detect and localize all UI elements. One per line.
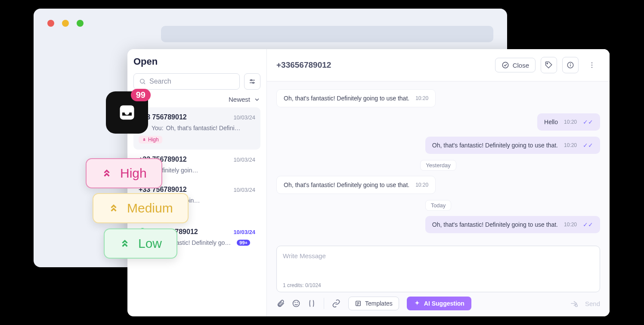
you-label: You:: [152, 125, 164, 131]
inbox-icon: [118, 103, 136, 122]
chevrons-up-icon: [101, 168, 112, 179]
sort-dropdown[interactable]: Newest: [133, 96, 260, 103]
close-button[interactable]: Close: [495, 58, 536, 72]
priority-label: High: [148, 137, 159, 143]
close-label: Close: [513, 62, 529, 69]
message-time: 10:20: [564, 222, 577, 228]
message-row: Oh, that's fantastic! Definitely going t…: [276, 89, 600, 107]
sliders-icon: [248, 78, 256, 85]
read-checks-icon: ✓✓: [583, 119, 593, 125]
more-button[interactable]: [584, 57, 600, 73]
attachment-icon[interactable]: [276, 299, 285, 308]
message-row: Oh, that's fantastic! Definitely going t…: [276, 137, 600, 154]
tag-icon: [545, 61, 553, 69]
svg-point-20: [575, 305, 577, 307]
credits-text: 1 credits: 0/1024: [283, 282, 594, 288]
pill-label: Low: [138, 236, 162, 251]
message-list[interactable]: Oh, that's fantastic! Definitely going t…: [267, 81, 610, 246]
thread-date: 10/03/24: [233, 156, 255, 163]
check-circle-icon: [502, 61, 509, 69]
message-time: 10:20: [564, 142, 577, 148]
svg-point-4: [253, 82, 254, 84]
message-text: Hello: [544, 119, 558, 125]
message-bubble: Hello 10:20 ✓✓: [537, 113, 600, 131]
chevrons-up-icon: [119, 238, 130, 249]
thread-item[interactable]: +33 756789012 10/03/24 ✓✓ You: Oh, that'…: [133, 107, 260, 150]
message-input[interactable]: [283, 252, 594, 278]
search-placeholder: Search: [149, 78, 171, 85]
maximize-dot[interactable]: [77, 20, 84, 27]
send-icon[interactable]: [570, 299, 578, 308]
svg-point-0: [140, 79, 144, 83]
chevrons-up-icon: [108, 203, 119, 214]
message-bubble: Oh, that's fantastic! Definitely going t…: [276, 176, 436, 194]
ai-suggestion-button[interactable]: AI Suggestion: [407, 297, 471, 310]
divider: [324, 298, 324, 309]
chat-header: +33656789012 Close: [267, 49, 610, 81]
chevron-down-icon: [254, 96, 260, 103]
svg-point-5: [502, 62, 508, 68]
message-bubble: Oh, that's fantastic! Definitely going t…: [425, 137, 600, 154]
svg-point-12: [591, 67, 592, 68]
message-row: Hello 10:20 ✓✓: [276, 113, 600, 131]
tag-button[interactable]: [541, 57, 557, 73]
composer: 1 credits: 0/1024 Templates AI Suggestio…: [267, 246, 610, 316]
link-icon[interactable]: [332, 299, 341, 308]
svg-point-13: [293, 300, 300, 307]
svg-point-11: [591, 65, 592, 66]
message-row: Oh, that's fantastic! Definitely going t…: [276, 176, 600, 194]
chat-panel: +33656789012 Close Oh,: [267, 49, 610, 316]
message-time: 10:20: [415, 95, 428, 101]
emoji-icon[interactable]: [292, 299, 300, 308]
chevrons-up-icon: [142, 138, 146, 142]
thread-date: 10/03/24: [233, 114, 255, 121]
svg-point-3: [251, 80, 252, 81]
pill-label: Medium: [127, 201, 173, 216]
thread-date: 10/03/24: [233, 187, 255, 193]
variable-icon[interactable]: [307, 299, 316, 308]
priority-pill-high: High: [86, 158, 162, 188]
search-icon: [139, 78, 146, 85]
send-label[interactable]: Send: [585, 300, 600, 307]
inbox-widget[interactable]: 99: [106, 91, 148, 134]
message-row: Oh, that's fantastic! Definitely going t…: [276, 216, 600, 233]
priority-pill-low: Low: [104, 228, 177, 259]
templates-button[interactable]: Templates: [348, 297, 399, 310]
message-bubble: Oh, that's fantastic! Definitely going t…: [276, 89, 436, 107]
ai-label: AI Suggestion: [424, 300, 464, 307]
pill-label: High: [120, 166, 147, 181]
inbox-badge: 99: [131, 89, 151, 101]
svg-point-9: [570, 64, 571, 64]
priority-pill-medium: Medium: [93, 193, 189, 223]
svg-point-15: [297, 302, 297, 303]
read-checks-icon: ✓✓: [583, 221, 593, 228]
message-text: Oh, that's fantastic! Definitely going t…: [432, 142, 558, 149]
svg-point-10: [591, 62, 592, 63]
sort-label: Newest: [229, 96, 250, 103]
message-text: Oh, that's fantastic! Definitely going t…: [284, 181, 409, 188]
template-icon: [355, 300, 362, 307]
app-window: Open Search Newest +33 756789012 10/03/2…: [127, 49, 610, 316]
svg-point-14: [295, 302, 295, 303]
templates-label: Templates: [365, 300, 393, 307]
read-checks-icon: ✓✓: [583, 142, 593, 149]
search-input[interactable]: Search: [133, 73, 240, 90]
priority-badge: High: [139, 136, 162, 144]
message-time: 10:20: [564, 119, 577, 125]
minimize-dot[interactable]: [62, 20, 69, 27]
sparkle-icon: [414, 300, 421, 307]
chat-title: +33656789012: [276, 60, 331, 70]
unread-count: 99+: [237, 240, 250, 246]
message-bubble: Oh, that's fantastic! Definitely going t…: [425, 216, 600, 233]
close-dot[interactable]: [47, 20, 54, 27]
sidebar-title: Open: [133, 56, 260, 67]
url-bar[interactable]: [161, 26, 493, 42]
filter-button[interactable]: [244, 73, 260, 90]
date-separator: Today: [276, 200, 600, 211]
svg-point-6: [547, 63, 548, 64]
message-time: 10:20: [415, 182, 428, 188]
info-button[interactable]: [562, 57, 579, 73]
message-text: Oh, that's fantastic! Definitely going t…: [432, 221, 558, 228]
date-separator: Yesterday: [276, 160, 600, 171]
message-text: Oh, that's fantastic! Definitely going t…: [284, 95, 409, 102]
